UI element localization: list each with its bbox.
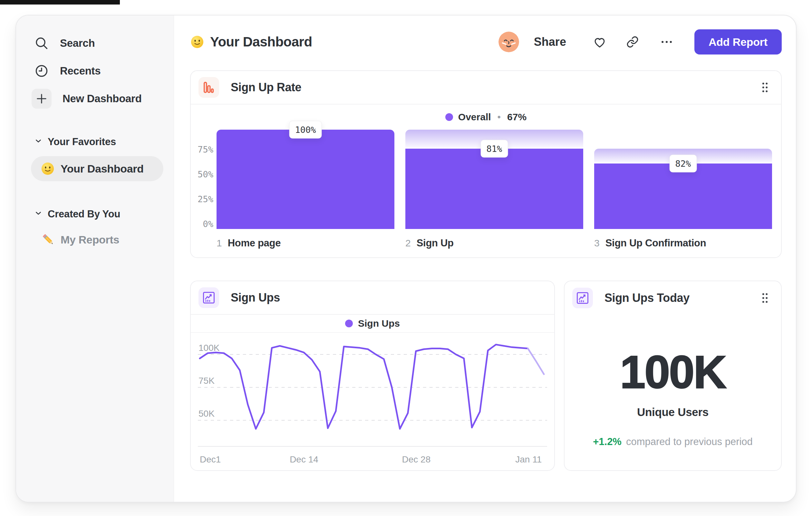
funnel-plot: 75%50%25%0%100%81%82% — [216, 130, 772, 229]
funnel-step-labels: 1Home page2Sign Up3Sign Up Confirmation — [216, 237, 772, 249]
sidebar-item-recents[interactable]: Recents — [34, 61, 165, 81]
section-label: Your Favorites — [48, 136, 116, 148]
funnel-y-tick: 50% — [195, 170, 213, 179]
sidebar-item-new-dashboard[interactable]: New Dashboard — [34, 88, 165, 109]
funnel-bar[interactable]: 82% — [594, 130, 772, 229]
sign-up-rate-card: Sign Up Rate Overall • 67% 75%50%25%0%10… — [190, 70, 782, 258]
funnel-step-label: 3Sign Up Confirmation — [594, 237, 772, 249]
chevron-down-icon — [34, 208, 42, 220]
card-header: Sign Up Rate — [191, 71, 781, 105]
signups-line-series — [200, 345, 528, 429]
bar-chart-icon — [199, 77, 219, 98]
sign-ups-today-card: Sign Ups Today 100K Unique Users +1.2%co… — [564, 280, 782, 471]
drag-handle-icon[interactable] — [759, 291, 772, 305]
sidebar-item-label: Recents — [60, 65, 100, 77]
share-button[interactable]: Share — [534, 35, 566, 49]
card-header: Sign Ups Today — [564, 281, 781, 315]
line-y-tick: 50K — [199, 409, 214, 419]
stat-metric-label: Unique Users — [637, 406, 708, 418]
funnel-step-number: 1 — [216, 238, 222, 249]
funnel-step-name: Home page — [228, 237, 281, 249]
funnel-bar-fill — [216, 130, 395, 229]
smiley-emoji — [190, 35, 204, 49]
funnel-y-tick: 75% — [195, 145, 213, 155]
line-chart-icon — [199, 287, 219, 308]
heart-icon[interactable] — [592, 35, 607, 49]
card-title: Sign Ups — [231, 291, 280, 304]
funnel-value-tooltip: 81% — [481, 140, 508, 157]
clock-icon — [34, 63, 49, 78]
stat-delta-note: compared to previous period — [626, 436, 753, 447]
add-report-button[interactable]: Add Report — [694, 29, 782, 55]
funnel-step-label: 2Sign Up — [405, 237, 583, 249]
chevron-down-icon — [34, 136, 42, 148]
section-label: Created By You — [48, 208, 120, 220]
search-icon — [34, 36, 49, 51]
funnel-bar[interactable]: 81% — [405, 130, 583, 229]
sidebar-item-label: Search — [60, 37, 95, 49]
link-icon[interactable] — [626, 35, 640, 49]
funnel-chart: 75%50%25%0%100%81%82% 1Home page2Sign Up… — [191, 130, 781, 249]
signups-line-series-faded — [528, 349, 544, 374]
page-title-wrap: Your Dashboard — [190, 34, 312, 50]
line-x-tick: Dec 14 — [290, 454, 318, 465]
legend-label: Sign Ups — [358, 318, 400, 329]
line-chart-icon — [572, 288, 593, 308]
sidebar-item-search[interactable]: Search — [34, 33, 165, 54]
stat-delta: +1.2% — [593, 436, 621, 447]
funnel-step-number: 2 — [405, 238, 411, 249]
legend-label: Overall — [458, 112, 491, 123]
funnel-value-tooltip: 82% — [670, 155, 697, 172]
line-x-tick: Dec 28 — [402, 454, 431, 465]
drag-handle-icon[interactable] — [759, 80, 772, 95]
funnel-value-tooltip: 100% — [289, 121, 322, 139]
card-title: Sign Up Rate — [231, 81, 301, 94]
line-x-tick: Dec1 — [200, 454, 221, 465]
stat-body: 100K Unique Users +1.2%compared to previ… — [564, 315, 781, 447]
sidebar-item-your-dashboard-selected[interactable]: Your Dashboard — [31, 156, 163, 181]
funnel-step-name: Sign Up — [417, 237, 454, 249]
x-axis-line — [198, 446, 547, 447]
legend-dot — [345, 320, 353, 327]
stat-delta-row: +1.2%compared to previous period — [593, 436, 753, 447]
card-header: Sign Ups — [191, 281, 554, 315]
line-y-tick: 75K — [199, 376, 214, 386]
cards-row: Sign Ups Sign Ups 100K75K50K Dec1Dec 14D… — [190, 280, 782, 471]
legend-value: 67% — [507, 112, 526, 123]
sidebar-item-label: Your Dashboard — [61, 163, 144, 175]
sign-ups-card: Sign Ups Sign Ups 100K75K50K Dec1Dec 14D… — [190, 280, 555, 471]
legend-separator: • — [496, 112, 502, 123]
funnel-step-label: 1Home page — [216, 237, 395, 249]
x-axis-labels: Dec1Dec 14Dec 28Jan 11 — [198, 450, 547, 469]
sidebar: Search Recents New Dashboard Your Favori… — [16, 16, 174, 502]
plus-icon — [32, 89, 52, 109]
header-actions: Share Add Report — [498, 29, 782, 55]
funnel-y-tick: 0% — [195, 219, 213, 229]
line-legend: Sign Ups — [191, 315, 554, 333]
sidebar-section-your-favorites[interactable]: Your Favorites — [34, 136, 165, 148]
funnel-step-name: Sign Up Confirmation — [605, 237, 706, 249]
stat-value: 100K — [620, 346, 725, 399]
funnel-legend: Overall • 67% — [191, 105, 781, 130]
main-content: Your Dashboard Share — [174, 16, 796, 502]
page-title: Your Dashboard — [210, 34, 312, 50]
sidebar-section-created-by-you[interactable]: Created By You — [34, 208, 165, 220]
legend-dot — [445, 113, 453, 121]
line-x-tick: Jan 11 — [515, 454, 542, 465]
sidebar-item-label: My Reports — [61, 234, 119, 246]
line-chart-plot: 100K75K50K — [198, 338, 547, 447]
sidebar-item-my-reports[interactable]: My Reports — [41, 228, 165, 251]
avatar[interactable] — [498, 32, 519, 52]
sidebar-item-label: New Dashboard — [62, 92, 142, 105]
pencil-emoji — [41, 233, 55, 247]
card-title: Sign Ups Today — [605, 291, 690, 305]
funnel-bar-fill — [594, 164, 772, 229]
dashboard-header: Your Dashboard Share — [190, 29, 782, 55]
funnel-bar-fill — [405, 149, 583, 229]
ellipsis-icon[interactable] — [660, 35, 674, 49]
app-window: Search Recents New Dashboard Your Favori… — [16, 15, 796, 503]
funnel-bar[interactable]: 100% — [216, 130, 395, 229]
line-y-tick: 100K — [199, 343, 220, 353]
smiley-emoji — [40, 162, 55, 176]
funnel-step-number: 3 — [594, 238, 600, 249]
